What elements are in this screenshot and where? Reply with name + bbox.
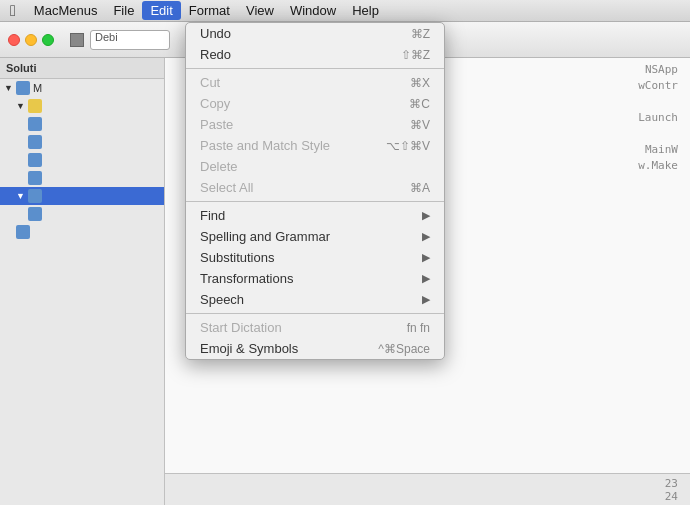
tree-item-root[interactable]: ▼ M — [0, 79, 164, 97]
tree-item-icon-5 — [28, 171, 42, 185]
expand-icon-1: ▼ — [16, 101, 25, 111]
menu-item-dictation: Start Dictation fn fn — [186, 317, 444, 338]
submenu-arrow-transformations: ▶ — [422, 272, 430, 285]
code-line-3: Launch — [638, 110, 686, 126]
tree-item-icon-4 — [28, 153, 42, 167]
tree-item-7[interactable] — [0, 205, 164, 223]
edit-menu-dropdown: Undo ⌘Z Redo ⇧⌘Z Cut ⌘X Copy ⌘C Paste ⌘V… — [185, 22, 445, 360]
menubar-item-format[interactable]: Format — [181, 1, 238, 20]
menu-item-delete-label: Delete — [200, 159, 238, 174]
code-line-1: NSApp — [638, 62, 686, 78]
menu-item-paste-match-shortcut: ⌥⇧⌘V — [386, 139, 430, 153]
submenu-arrow-substitutions: ▶ — [422, 251, 430, 264]
menu-item-paste-match: Paste and Match Style ⌥⇧⌘V — [186, 135, 444, 156]
menu-item-copy-label: Copy — [200, 96, 230, 111]
menu-item-spelling-label: Spelling and Grammar — [200, 229, 330, 244]
tree-item-4[interactable] — [0, 151, 164, 169]
tree-item-5[interactable] — [0, 169, 164, 187]
menubar-item-help[interactable]: Help — [344, 1, 387, 20]
separator-2 — [186, 201, 444, 202]
expand-icon: ▼ — [4, 83, 13, 93]
menu-item-substitutions[interactable]: Substitutions ▶ — [186, 247, 444, 268]
menubar-item-edit[interactable]: Edit — [142, 1, 180, 20]
sidebar: Soluti ▼ M ▼ ▼ — [0, 58, 165, 505]
tree-item-icon-2 — [28, 117, 42, 131]
menubar-item-window[interactable]: Window — [282, 1, 344, 20]
menu-item-redo[interactable]: Redo ⇧⌘Z — [186, 44, 444, 65]
menubar-item-macmenus[interactable]: MacMenus — [26, 1, 106, 20]
separator-1 — [186, 68, 444, 69]
stop-button[interactable] — [70, 33, 84, 47]
close-button[interactable] — [8, 34, 20, 46]
menu-item-substitutions-label: Substitutions — [200, 250, 274, 265]
menu-item-cut-label: Cut — [200, 75, 220, 90]
submenu-arrow-speech: ▶ — [422, 293, 430, 306]
menu-item-undo[interactable]: Undo ⌘Z — [186, 23, 444, 44]
menu-item-paste-match-label: Paste and Match Style — [200, 138, 330, 153]
menu-item-transformations[interactable]: Transformations ▶ — [186, 268, 444, 289]
expand-icon-6: ▼ — [16, 191, 25, 201]
maximize-button[interactable] — [42, 34, 54, 46]
code-content: NSApp wContr Launch MainW w.Make — [634, 58, 690, 178]
apple-menu[interactable]:  — [0, 2, 26, 20]
menubar:  MacMenus File Edit Format View Window … — [0, 0, 690, 22]
line-number-24: 24 — [665, 490, 678, 503]
menu-item-paste-label: Paste — [200, 117, 233, 132]
menu-item-cut: Cut ⌘X — [186, 72, 444, 93]
menu-item-find[interactable]: Find ▶ — [186, 205, 444, 226]
menu-item-cut-shortcut: ⌘X — [410, 76, 430, 90]
tree-item-8[interactable] — [0, 223, 164, 241]
code-line-5: w.Make — [638, 158, 686, 174]
menu-item-spelling[interactable]: Spelling and Grammar ▶ — [186, 226, 444, 247]
tree-item-icon-8 — [16, 225, 30, 239]
scheme-input[interactable]: Debi — [90, 30, 170, 50]
tree-item-label: M — [33, 82, 42, 94]
submenu-arrow-spelling: ▶ — [422, 230, 430, 243]
menu-item-dictation-label: Start Dictation — [200, 320, 282, 335]
menubar-item-view[interactable]: View — [238, 1, 282, 20]
menu-item-redo-label: Redo — [200, 47, 231, 62]
tree-item-icon-3 — [28, 135, 42, 149]
menu-item-select-all-shortcut: ⌘A — [410, 181, 430, 195]
menu-item-undo-label: Undo — [200, 26, 231, 41]
menu-item-select-all: Select All ⌘A — [186, 177, 444, 198]
tree-item-3[interactable] — [0, 133, 164, 151]
tree-item-icon — [16, 81, 30, 95]
menu-item-dictation-shortcut: fn fn — [407, 321, 430, 335]
code-line-2: wContr — [638, 78, 686, 94]
menu-item-copy-shortcut: ⌘C — [409, 97, 430, 111]
code-line-4: MainW — [638, 142, 686, 158]
menu-item-paste: Paste ⌘V — [186, 114, 444, 135]
menu-item-copy: Copy ⌘C — [186, 93, 444, 114]
sidebar-tree: ▼ M ▼ ▼ — [0, 79, 164, 505]
window-controls — [8, 34, 54, 46]
separator-3 — [186, 313, 444, 314]
tree-item-icon-6 — [28, 189, 42, 203]
menu-item-emoji-label: Emoji & Symbols — [200, 341, 298, 356]
tree-item-6[interactable]: ▼ — [0, 187, 164, 205]
line-numbers: 23 24 — [165, 473, 690, 505]
menu-item-speech-label: Speech — [200, 292, 244, 307]
minimize-button[interactable] — [25, 34, 37, 46]
tree-item-icon-7 — [28, 207, 42, 221]
menu-item-paste-shortcut: ⌘V — [410, 118, 430, 132]
menu-item-select-all-label: Select All — [200, 180, 253, 195]
menu-item-speech[interactable]: Speech ▶ — [186, 289, 444, 310]
sidebar-header: Soluti — [0, 58, 164, 79]
menu-item-transformations-label: Transformations — [200, 271, 293, 286]
tree-item-icon-1 — [28, 99, 42, 113]
line-number-23: 23 — [665, 477, 678, 490]
menu-item-undo-shortcut: ⌘Z — [411, 27, 430, 41]
submenu-arrow-find: ▶ — [422, 209, 430, 222]
menu-item-emoji-shortcut: ^⌘Space — [378, 342, 430, 356]
menu-item-redo-shortcut: ⇧⌘Z — [401, 48, 430, 62]
menu-item-delete: Delete — [186, 156, 444, 177]
menu-item-emoji[interactable]: Emoji & Symbols ^⌘Space — [186, 338, 444, 359]
menu-item-find-label: Find — [200, 208, 225, 223]
tree-item-1[interactable]: ▼ — [0, 97, 164, 115]
tree-item-2[interactable] — [0, 115, 164, 133]
menubar-item-file[interactable]: File — [105, 1, 142, 20]
